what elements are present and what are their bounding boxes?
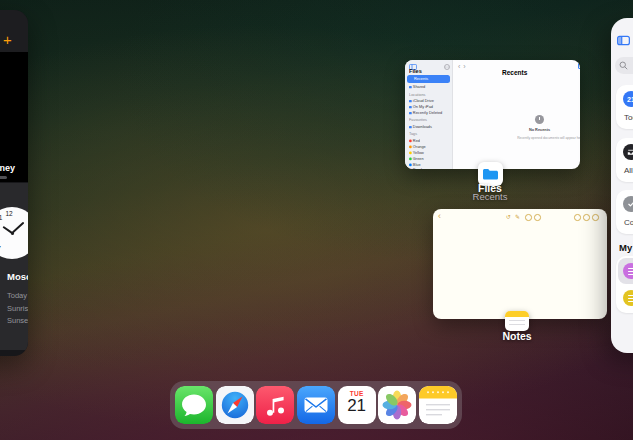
completed-check-icon: [623, 196, 633, 212]
city-detail: Sunset: [7, 316, 28, 325]
safari-compass-icon: [216, 386, 254, 424]
smart-list-completed[interactable]: Completed: [616, 190, 633, 234]
list-item[interactable]: [618, 285, 633, 311]
my-lists-header: My Lists: [619, 242, 633, 253]
trash-icon: [409, 111, 412, 113]
toolbar-icon: [534, 214, 541, 221]
tag-dot-green: [409, 157, 412, 160]
files-content: ‹› Select ⌕ Search Recents No Recents Re…: [452, 60, 580, 169]
app-switcher-screen: + Sydney 12 11 10 9 8 7 Moscow Today Sun…: [0, 0, 633, 440]
city-name: Moscow: [7, 271, 28, 282]
dock-icon-music[interactable]: [256, 386, 294, 424]
purple-list-icon: [623, 263, 633, 279]
clock-number: 7: [0, 245, 4, 252]
dock-icon-messages[interactable]: [175, 386, 213, 424]
more-options-icon: [444, 64, 450, 70]
tag-row-red: Red: [409, 139, 420, 143]
empty-state-title: No Recents: [517, 128, 562, 133]
smart-list-all[interactable]: All: [616, 138, 633, 182]
city-detail: Sunrise: [7, 304, 28, 313]
tag-row-purple: Purple: [409, 168, 424, 169]
music-note-icon: [256, 386, 294, 424]
sidebar-item-recents: Recents: [407, 75, 450, 83]
add-city-button[interactable]: +: [3, 31, 12, 48]
tag-dot-blue: [409, 163, 412, 166]
city-name: Sydney: [0, 163, 15, 173]
back-chevron-icon: ‹: [438, 211, 441, 221]
view-options-icon: [578, 63, 580, 69]
world-clock-row-sydney: Sydney: [0, 52, 28, 182]
favourites-header: Favourites: [409, 118, 427, 122]
shared-icon: [409, 86, 412, 88]
clock-toolbar: +: [0, 10, 28, 52]
files-card-sublabel: Recents: [440, 191, 540, 202]
clock-number: 12: [4, 210, 14, 217]
share-icon: [574, 214, 581, 221]
toolbar-icon: [583, 214, 590, 221]
cloud-icon: [409, 99, 412, 101]
undo-icon: ↺: [506, 213, 511, 220]
files-content-title: Recents: [502, 69, 527, 76]
tag-row-green: Green: [409, 157, 424, 161]
city-detail: Today: [7, 291, 27, 300]
tag-row-yellow: Yellow: [409, 151, 424, 155]
dock: TUE 21: [170, 381, 462, 429]
search-field[interactable]: [615, 57, 633, 74]
dock-icon-notes[interactable]: [419, 386, 457, 424]
world-clock-row-moscow: 12 11 10 9 8 7 Moscow Today Sunrise Suns…: [0, 183, 28, 350]
today-icon: 21: [623, 91, 633, 107]
compose-icon: [592, 214, 599, 221]
downloads-icon: [409, 125, 412, 127]
smart-list-today[interactable]: 21 Today: [616, 85, 633, 129]
dock-icon-calendar[interactable]: TUE 21: [338, 386, 376, 424]
tags-header: Tags: [409, 132, 417, 136]
clock-number: 11: [0, 214, 4, 221]
notes-window-thumbnail[interactable]: ‹ ↺ ✎: [433, 209, 607, 319]
files-sidebar: Files Recents Shared Locations iCloud Dr…: [405, 60, 453, 169]
reminders-panel[interactable]: 21 Today All Completed My Lists: [611, 18, 633, 353]
sidebar-item-on-my-ipad: On My iPad: [409, 105, 433, 109]
tag-dot-orange: [409, 145, 412, 148]
messages-bubble-icon: [175, 386, 213, 424]
calendar-day: 21: [338, 397, 376, 416]
empty-state-subtitle: Recently opened documents will appear he…: [517, 136, 562, 140]
notes-card-label: Notes: [467, 330, 567, 342]
toolbar-icon: [525, 214, 532, 221]
yellow-list-icon: [623, 290, 633, 306]
tag-dot-yellow: [409, 151, 412, 154]
dock-icon-safari[interactable]: [216, 386, 254, 424]
notes-pad-icon: [419, 386, 457, 424]
dock-icon-photos[interactable]: [378, 386, 416, 424]
city-subtitle-bar: [0, 176, 7, 179]
my-lists-group: [616, 256, 633, 313]
clock-hub: [11, 232, 14, 235]
files-window-thumbnail[interactable]: Files Recents Shared Locations iCloud Dr…: [405, 60, 580, 169]
notes-app-icon[interactable]: [505, 311, 529, 331]
recents-clock-icon: [535, 115, 544, 124]
sidebar-toggle-icon[interactable]: [617, 35, 630, 46]
back-forward-chevrons: ‹›: [458, 63, 469, 70]
tag-dot-red: [409, 139, 412, 142]
sidebar-item-icloud-drive: iCloud Drive: [409, 99, 434, 103]
search-icon: [619, 61, 628, 70]
tag-row-blue: Blue: [409, 163, 421, 167]
clock-window[interactable]: + Sydney 12 11 10 9 8 7 Moscow Today Sun…: [0, 10, 28, 356]
sidebar-item-shared: Shared: [409, 85, 425, 89]
dock-icon-mail[interactable]: [297, 386, 335, 424]
files-sidebar-title: Files: [409, 68, 422, 74]
all-tray-icon: [623, 144, 633, 160]
empty-state: No Recents Recently opened documents wil…: [499, 110, 580, 144]
list-item-selected[interactable]: [618, 258, 633, 284]
tag-row-orange: Orange: [409, 145, 426, 149]
sidebar-item-downloads: Downloads: [409, 125, 432, 129]
photos-flower-icon: [378, 386, 416, 424]
analog-clock-face: 12 11 10 9 8 7: [0, 207, 28, 259]
locations-header: Locations: [409, 93, 425, 97]
markup-pen-icon: ✎: [515, 213, 520, 220]
device-icon: [409, 105, 412, 107]
sidebar-item-recently-deleted: Recently Deleted: [409, 111, 442, 115]
mail-envelope-icon: [297, 386, 335, 424]
